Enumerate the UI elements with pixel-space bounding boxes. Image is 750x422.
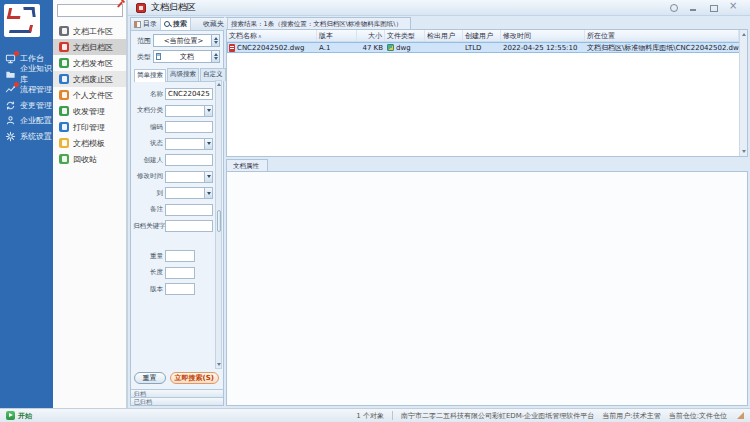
current-post: 当前仓位:文件仓位	[669, 411, 727, 421]
module-item-icon	[59, 58, 69, 68]
module-item-glyph	[62, 124, 67, 130]
scope-label: 范围	[133, 36, 153, 46]
close-icon[interactable]	[729, 3, 738, 12]
module-item-5[interactable]: 收发管理	[53, 103, 126, 119]
field-row-5: 修改时间	[133, 171, 213, 183]
column-header-3[interactable]: 文件类型	[385, 30, 425, 41]
tab-search[interactable]: 搜索	[161, 18, 191, 30]
column-header-4[interactable]: 检出用户	[425, 30, 463, 41]
type-select[interactable]: 文档	[153, 50, 220, 63]
field-select[interactable]	[165, 187, 213, 199]
module-item-2[interactable]: 文档发布区	[53, 55, 126, 71]
scroll-thumb[interactable]	[217, 210, 222, 232]
dropdown-arrow-icon[interactable]	[204, 172, 212, 182]
field-spacer	[133, 237, 213, 246]
scroll-up-icon[interactable]	[217, 83, 221, 86]
sidebar-item-3[interactable]: 变更管理	[0, 98, 53, 114]
sidebar-item-2[interactable]: 流程管理	[0, 82, 53, 98]
column-label: 所在位置	[587, 31, 615, 41]
cell-value: CNC22042502.dwg	[237, 44, 304, 52]
field-input[interactable]	[165, 283, 195, 295]
sidebar-item-label: 系统设置	[20, 131, 52, 142]
primary-nav: 工作台企业知识库流程管理变更管理企业配置系统设置	[0, 51, 53, 144]
reset-button[interactable]: 重置	[134, 372, 166, 384]
field-select[interactable]	[165, 171, 213, 183]
spinner-icon[interactable]	[211, 51, 219, 62]
start-button[interactable]: 开始	[6, 411, 32, 421]
module-item-3[interactable]: 文档废止区	[53, 71, 126, 87]
module-item-label: 文档归档区	[73, 42, 113, 53]
column-header-5[interactable]: 创建用户	[463, 30, 501, 41]
sidebar-item-4[interactable]: 企业配置	[0, 113, 53, 129]
dropdown-arrow-icon[interactable]	[204, 139, 212, 149]
collapsed-section-1[interactable]: 已归档	[131, 397, 223, 405]
field-label: 名称	[133, 90, 165, 99]
module-item-4[interactable]: 个人文件区	[53, 87, 126, 103]
field-row-4: 创建人	[133, 154, 213, 166]
tab-document-properties[interactable]: 文档属性	[226, 159, 268, 171]
module-nav: 文档工作区文档归档区文档发布区文档废止区个人文件区收发管理打印管理文档模板回收站	[53, 23, 126, 167]
column-header-2[interactable]: 大小	[357, 30, 385, 41]
collapsed-section-0[interactable]: 归档	[131, 389, 223, 397]
column-header-1[interactable]: 版本	[317, 30, 357, 41]
scroll-up-icon[interactable]	[742, 33, 746, 36]
column-header-0[interactable]: 文档名称∧	[227, 30, 317, 41]
tab-favorites[interactable]: 收藏夹	[191, 18, 228, 30]
workbench-icon	[5, 53, 16, 64]
dropdown-arrow-icon[interactable]	[204, 106, 212, 116]
maximize-icon[interactable]	[709, 3, 718, 12]
cell-create_user: LTLD	[463, 44, 501, 52]
current-user: 当前用户:技术主管	[602, 411, 660, 421]
tab-catalog[interactable]: 目录	[131, 18, 161, 30]
table-row[interactable]: CNC22042502.dwgA.147 KBdwgLTLD2022-04-25…	[227, 42, 747, 53]
module-item-icon	[59, 90, 69, 100]
cell-value: dwg	[396, 44, 411, 52]
module-search-wrap	[53, 0, 126, 23]
search-pane-scrollbar[interactable]	[215, 80, 222, 369]
column-header-6[interactable]: 修改时间	[501, 30, 585, 41]
field-input[interactable]	[165, 204, 213, 216]
search-now-button[interactable]: 立即搜索(S)	[170, 372, 219, 384]
minimize-icon[interactable]	[689, 3, 698, 12]
field-input[interactable]	[165, 154, 213, 166]
field-select[interactable]	[165, 105, 213, 117]
system-settings-icon	[5, 131, 16, 142]
module-item-1[interactable]: 文档归档区	[53, 39, 126, 55]
field-input[interactable]	[165, 267, 195, 279]
resize-grip[interactable]	[737, 412, 744, 419]
scope-select[interactable]: <当前位置>	[153, 34, 220, 47]
module-item-icon	[59, 138, 69, 148]
field-input[interactable]	[165, 88, 213, 100]
spinner-icon[interactable]	[211, 35, 219, 46]
mode-tab-0[interactable]: 简单搜索	[134, 69, 166, 82]
mode-tab-1[interactable]: 高级搜索	[167, 68, 199, 81]
module-item-label: 回收站	[73, 154, 97, 165]
separator	[392, 411, 393, 420]
scope-row: 范围 <当前位置>	[133, 34, 220, 47]
module-search-input[interactable]	[57, 4, 123, 17]
field-select[interactable]	[165, 138, 213, 150]
scroll-down-icon[interactable]	[742, 150, 746, 153]
module-item-8[interactable]: 回收站	[53, 151, 126, 167]
table-scrollbar[interactable]	[739, 30, 747, 156]
module-item-glyph	[62, 44, 67, 50]
module-item-label: 文档模板	[73, 138, 105, 149]
module-item-6[interactable]: 打印管理	[53, 119, 126, 135]
scroll-down-icon[interactable]	[217, 363, 221, 366]
logo-stroke	[23, 7, 35, 17]
cell-location: 文档归档区\标准物料库图纸\CNC22042502.dwg\	[585, 43, 739, 53]
field-input[interactable]	[165, 220, 213, 232]
search-mode-tabs: 简单搜索高级搜索自定义	[134, 68, 220, 82]
module-item-0[interactable]: 文档工作区	[53, 23, 126, 39]
sidebar-item-1[interactable]: 企业知识库	[0, 67, 53, 83]
options-icon[interactable]	[669, 3, 678, 12]
sidebar-item-5[interactable]: 系统设置	[0, 129, 53, 145]
column-header-7[interactable]: 所在位置	[585, 30, 739, 41]
column-label: 大小	[368, 31, 382, 41]
field-label: 重量	[133, 252, 165, 261]
field-input[interactable]	[165, 121, 213, 133]
field-input[interactable]	[165, 250, 195, 262]
dropdown-arrow-icon[interactable]	[204, 188, 212, 198]
module-item-7[interactable]: 文档模板	[53, 135, 126, 151]
catalog-icon	[134, 21, 141, 28]
